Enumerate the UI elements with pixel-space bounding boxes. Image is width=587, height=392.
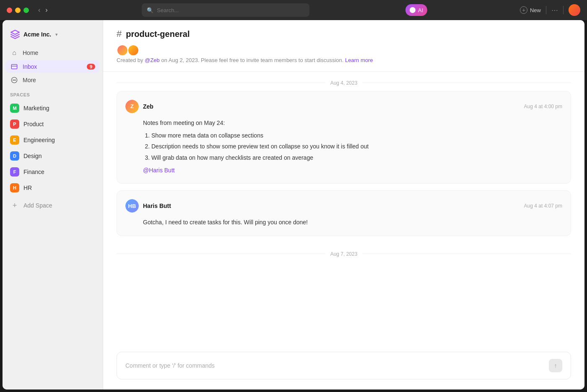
search-bar[interactable]: 🔍 (142, 3, 309, 17)
design-dot: D (10, 151, 19, 161)
sidebar-item-inbox[interactable]: Inbox 9 (6, 60, 99, 73)
message-text-haris: Gotcha, I need to create tasks for this.… (143, 218, 562, 227)
sidebar-item-hr[interactable]: H HR (6, 180, 99, 195)
sidebar-item-engineering[interactable]: E Engineering (6, 132, 99, 148)
zeb-avatar-img: Z (125, 100, 139, 113)
date-divider-aug7: Aug 7, 2023 (117, 243, 571, 262)
divider-line-left (117, 83, 325, 83)
author-avatar-zeb: Z (125, 100, 139, 113)
list-item: Show more meta data on collapse sections (151, 131, 562, 140)
hr-label: HR (23, 184, 32, 191)
titlebar-right: + New ⋯ (520, 4, 580, 16)
haris-avatar-img: HB (125, 199, 139, 213)
search-icon: 🔍 (147, 7, 153, 13)
message-body-2: Gotcha, I need to create tasks for this.… (125, 218, 562, 227)
svg-point-2 (14, 80, 14, 80)
workspace-header[interactable]: Acme Inc. ▾ (6, 27, 99, 42)
ai-label: AI (418, 7, 423, 13)
grid-icon[interactable]: ⋯ (551, 6, 558, 14)
description-mention[interactable]: @Zeb (145, 57, 160, 63)
divider (546, 6, 546, 14)
design-label: Design (23, 153, 42, 159)
message-body-1: Notes from meeting on May 24: Show more … (125, 118, 562, 175)
hr-dot: H (10, 183, 19, 192)
channel-name: product-general (126, 29, 190, 39)
comment-actions: ↑ (549, 359, 562, 372)
comment-input[interactable] (125, 362, 549, 369)
message-header-1: Z Zeb Aug 4 at 4:00 pm (125, 100, 562, 113)
ai-button[interactable]: AI (405, 4, 427, 16)
product-dot: P (10, 119, 19, 129)
finance-dot: F (10, 167, 19, 177)
sidebar-item-more-label: More (23, 77, 36, 83)
spaces-header: Spaces (6, 87, 99, 100)
search-input[interactable] (157, 7, 304, 13)
add-space-label: Add Space (23, 202, 52, 209)
new-plus-icon: + (520, 6, 527, 14)
marketing-label: Marketing (23, 105, 49, 112)
workspace-chevron-icon: ▾ (55, 32, 58, 37)
description-middle: on Aug 2, 2023. Please feel free to invi… (160, 57, 345, 63)
comment-send-button[interactable]: ↑ (549, 359, 562, 372)
member-avatar-1[interactable] (117, 44, 128, 56)
message-header-2: HB Haris Butt Aug 4 at 4:07 pm (125, 199, 562, 213)
author-name-haris: Haris Butt (143, 202, 171, 209)
message-notes-text: Notes from meeting on May 24: (143, 118, 562, 127)
engineering-dot: E (10, 135, 19, 145)
forward-arrow[interactable]: › (44, 5, 49, 15)
sidebar-item-finance[interactable]: F Finance (6, 164, 99, 179)
sidebar-item-product[interactable]: P Product (6, 117, 99, 132)
sidebar-item-marketing[interactable]: M Marketing (6, 101, 99, 116)
message-list: Show more meta data on collapse sections… (143, 131, 562, 162)
more-icon (10, 77, 18, 83)
channel-header: # product-general Created by @Zeb on Aug… (103, 20, 584, 72)
divider-line-right (362, 83, 571, 83)
comment-box[interactable]: ↑ (117, 352, 571, 379)
back-arrow[interactable]: ‹ (36, 5, 42, 15)
titlebar: ‹ › 🔍 AI + New ⋯ (0, 0, 587, 20)
svg-point-4 (15, 80, 16, 80)
workspace-name: Acme Inc. (23, 31, 51, 38)
workspace-logo-icon (10, 29, 20, 39)
user-avatar[interactable] (569, 4, 580, 16)
new-button[interactable]: + New (520, 6, 541, 14)
divider-line-left2 (117, 254, 325, 254)
sidebar-item-home[interactable]: ⌂ Home (6, 46, 99, 60)
engineering-label: Engineering (23, 137, 55, 143)
message-card-1: Z Zeb Aug 4 at 4:00 pm Notes from meetin… (117, 91, 571, 184)
ai-dot-icon (410, 7, 416, 13)
sidebar-item-more[interactable]: More (6, 74, 99, 86)
messages-area: Aug 4, 2023 Z Zeb Aug 4 at 4:00 pm Notes… (103, 72, 584, 345)
author-avatar-haris: HB (125, 199, 139, 213)
svg-rect-0 (11, 65, 17, 69)
home-icon: ⌂ (10, 49, 18, 57)
learn-more-link[interactable]: Learn more (345, 57, 373, 63)
new-label: New (530, 7, 541, 13)
sidebar: Acme Inc. ▾ ⌂ Home Inbox 9 More Space (3, 20, 103, 389)
inbox-icon (10, 63, 18, 70)
add-space-button[interactable]: + Add Space (6, 198, 99, 213)
channel-members (117, 44, 571, 56)
nav-arrows: ‹ › (36, 5, 49, 15)
product-label: Product (23, 121, 44, 127)
traffic-lights (7, 8, 29, 13)
sidebar-item-home-label: Home (23, 49, 38, 56)
message-card-2: HB Haris Butt Aug 4 at 4:07 pm Gotcha, I… (117, 190, 571, 236)
finance-label: Finance (23, 169, 44, 175)
message-mention-haris[interactable]: @Haris Butt (143, 167, 175, 174)
inbox-badge: 9 (87, 64, 95, 70)
message-author-1: Z Zeb (125, 100, 153, 113)
add-space-plus-icon: + (10, 201, 19, 210)
sidebar-item-design[interactable]: D Design (6, 148, 99, 164)
divider-line-right2 (362, 254, 571, 254)
minimize-button[interactable] (15, 8, 21, 13)
maximize-button[interactable] (23, 8, 29, 13)
list-item: Description needs to show some preview t… (151, 142, 562, 151)
member-avatar-2[interactable] (127, 44, 139, 56)
close-button[interactable] (7, 8, 12, 13)
date-label-aug7: Aug 7, 2023 (330, 251, 358, 257)
channel-title-row: # product-general (117, 29, 571, 39)
message-author-2: HB Haris Butt (125, 199, 171, 213)
marketing-dot: M (10, 104, 19, 113)
date-divider-aug4: Aug 4, 2023 (117, 72, 571, 91)
